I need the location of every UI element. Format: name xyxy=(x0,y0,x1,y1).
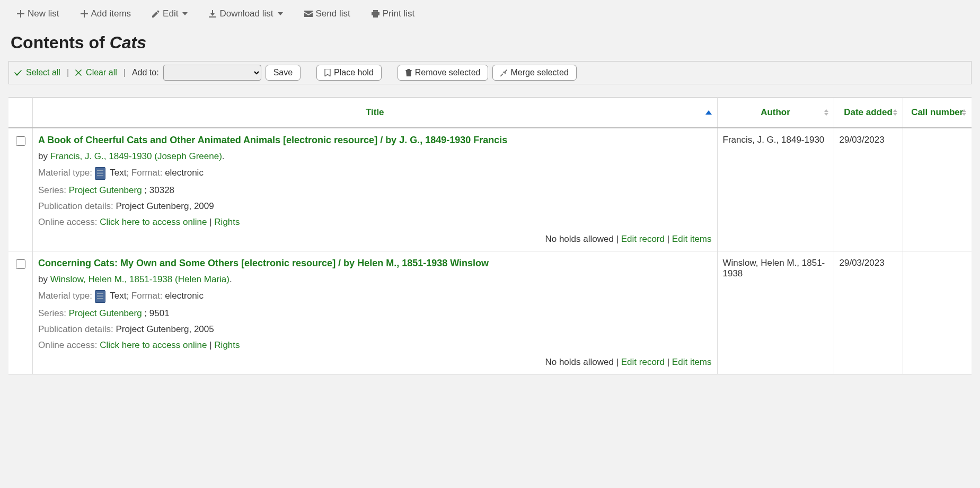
add-items-label: Add items xyxy=(91,8,131,19)
check-icon xyxy=(14,69,22,76)
access-online-link[interactable]: Click here to access online xyxy=(100,217,207,227)
call-number-cell xyxy=(903,251,972,374)
row-checkbox[interactable] xyxy=(16,136,25,146)
format-value: electronic xyxy=(165,291,204,301)
by-label: by xyxy=(38,274,48,284)
bookmark-icon xyxy=(324,69,331,76)
download-icon xyxy=(209,10,216,18)
publication-label: Publication details: xyxy=(38,201,113,211)
table-row: Concerning Cats: My Own and Some Others … xyxy=(8,251,972,374)
column-date-added[interactable]: Date added xyxy=(834,98,903,128)
by-label: by xyxy=(38,151,48,161)
new-list-button[interactable]: New list xyxy=(17,8,59,19)
series-label: Series: xyxy=(38,308,66,318)
online-access-label: Online access: xyxy=(38,217,98,227)
action-bar: Select all | Clear all | Add to: Save Pl… xyxy=(8,61,972,84)
sort-icon xyxy=(824,109,828,116)
rights-link[interactable]: Rights xyxy=(214,217,240,227)
send-list-button[interactable]: Send list xyxy=(304,8,350,19)
chevron-down-icon xyxy=(278,12,283,15)
chevron-down-icon xyxy=(182,12,188,15)
merge-icon xyxy=(500,69,507,76)
row-checkbox[interactable] xyxy=(16,259,25,269)
clear-all-link[interactable]: Clear all xyxy=(86,68,117,77)
sort-icon xyxy=(962,109,966,116)
format-label: Format: xyxy=(131,291,163,301)
page-title: Contents of Cats xyxy=(11,33,969,53)
page-title-prefix: Contents of xyxy=(11,33,110,52)
date-added-cell: 29/03/2023 xyxy=(834,128,903,251)
format-value: electronic xyxy=(165,168,204,178)
column-title[interactable]: Title xyxy=(33,98,718,128)
no-holds-text: No holds allowed xyxy=(545,234,613,244)
top-toolbar: New list Add items Edit Download list Se… xyxy=(8,4,972,23)
series-link[interactable]: Project Gutenberg xyxy=(69,308,142,318)
print-list-button[interactable]: Print list xyxy=(372,8,414,19)
place-hold-button[interactable]: Place hold xyxy=(316,65,382,81)
add-items-button[interactable]: Add items xyxy=(81,8,131,19)
envelope-icon xyxy=(304,11,313,17)
list-name: Cats xyxy=(110,33,146,52)
author-cell: Winslow, Helen M., 1851-1938 xyxy=(717,251,834,374)
save-button[interactable]: Save xyxy=(266,65,301,81)
trash-icon xyxy=(405,69,412,76)
print-label: Print list xyxy=(383,8,414,19)
publication-value: Project Gutenberg, 2009 xyxy=(116,201,214,211)
edit-items-link[interactable]: Edit items xyxy=(672,357,712,367)
x-icon xyxy=(75,69,82,76)
table-row: A Book of Cheerful Cats and Other Animat… xyxy=(8,128,972,251)
author-link[interactable]: Francis, J. G., 1849-1930 (Joseph Greene… xyxy=(50,151,222,161)
sort-icon xyxy=(893,109,897,116)
records-table: Title Author Date added Call number A Bo… xyxy=(8,97,972,374)
series-label: Series: xyxy=(38,185,66,195)
merge-selected-label: Merge selected xyxy=(510,68,568,77)
material-type-label: Material type: xyxy=(38,168,92,178)
send-label: Send list xyxy=(316,8,350,19)
access-online-link[interactable]: Click here to access online xyxy=(100,340,207,350)
select-all-link[interactable]: Select all xyxy=(26,68,60,77)
material-type-value: Text xyxy=(110,291,126,301)
print-icon xyxy=(372,10,379,18)
series-suffix: ; 30328 xyxy=(142,185,174,195)
format-label: Format: xyxy=(131,168,163,178)
column-author[interactable]: Author xyxy=(717,98,834,128)
column-checkbox xyxy=(8,98,33,128)
text-icon xyxy=(95,290,105,303)
no-holds-text: No holds allowed xyxy=(545,357,613,367)
edit-items-link[interactable]: Edit items xyxy=(672,234,712,244)
pencil-icon xyxy=(152,10,160,18)
rights-link[interactable]: Rights xyxy=(214,340,240,350)
material-type-label: Material type: xyxy=(38,291,92,301)
text-icon xyxy=(95,167,105,180)
download-label: Download list xyxy=(219,8,273,19)
plus-icon xyxy=(81,10,88,18)
add-to-label: Add to: xyxy=(132,68,159,77)
series-link[interactable]: Project Gutenberg xyxy=(69,185,142,195)
material-type-value: Text xyxy=(110,168,126,178)
series-suffix: ; 9501 xyxy=(142,308,170,318)
publication-value: Project Gutenberg, 2005 xyxy=(116,324,214,334)
publication-label: Publication details: xyxy=(38,324,113,334)
edit-label: Edit xyxy=(163,8,178,19)
plus-icon xyxy=(17,10,24,18)
call-number-cell xyxy=(903,128,972,251)
sort-asc-icon xyxy=(705,110,712,115)
author-link[interactable]: Winslow, Helen M., 1851-1938 (Helen Mari… xyxy=(50,274,229,284)
record-title-link[interactable]: Concerning Cats: My Own and Some Others … xyxy=(38,258,489,268)
place-hold-label: Place hold xyxy=(334,68,374,77)
online-access-label: Online access: xyxy=(38,340,98,350)
merge-selected-button[interactable]: Merge selected xyxy=(492,65,576,81)
new-list-label: New list xyxy=(28,8,59,19)
download-dropdown[interactable]: Download list xyxy=(209,8,282,19)
column-call-number[interactable]: Call number xyxy=(903,98,972,128)
edit-record-link[interactable]: Edit record xyxy=(621,357,665,367)
save-label: Save xyxy=(273,68,293,77)
edit-dropdown[interactable]: Edit xyxy=(152,8,188,19)
record-title-link[interactable]: A Book of Cheerful Cats and Other Animat… xyxy=(38,135,507,145)
date-added-cell: 29/03/2023 xyxy=(834,251,903,374)
edit-record-link[interactable]: Edit record xyxy=(621,234,665,244)
author-cell: Francis, J. G., 1849-1930 xyxy=(717,128,834,251)
add-to-select[interactable] xyxy=(163,65,261,81)
remove-selected-button[interactable]: Remove selected xyxy=(398,65,489,81)
remove-selected-label: Remove selected xyxy=(415,68,481,77)
